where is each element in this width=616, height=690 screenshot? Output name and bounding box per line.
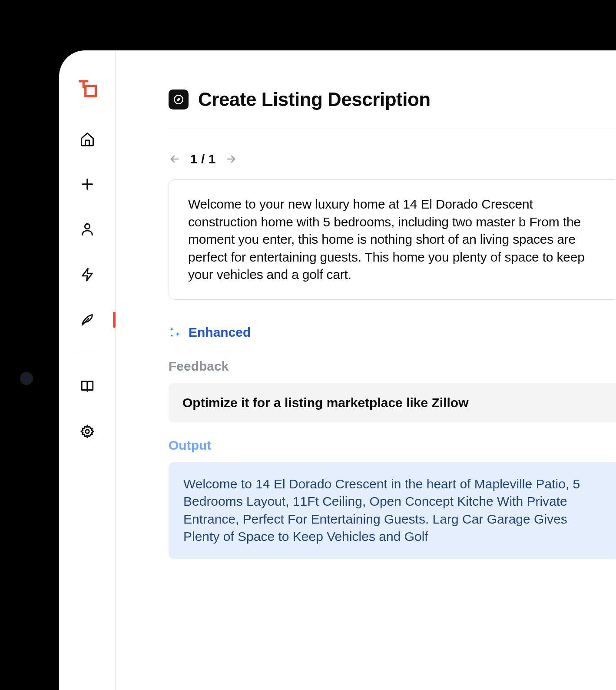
sidebar-nav (75, 129, 99, 441)
device-bezel: Create Listing Description 1 / 1 (4, 0, 616, 690)
sidebar (59, 50, 116, 690)
pager-next-button[interactable] (225, 153, 237, 165)
sparkle-icon (169, 326, 182, 339)
sidebar-item-profile[interactable] (78, 220, 97, 239)
pager-display: 1 / 1 (190, 152, 215, 166)
bolt-icon (80, 267, 95, 282)
sidebar-item-compose[interactable] (78, 310, 97, 329)
input-description-card[interactable]: Welcome to your new luxury home at 14 El… (169, 179, 616, 300)
compass-icon (169, 90, 189, 109)
svg-marker-4 (177, 98, 180, 101)
app-screen: Create Listing Description 1 / 1 (59, 50, 616, 690)
output-text: Welcome to 14 El Dorado Crescent in the … (183, 477, 580, 544)
sidebar-item-activity[interactable] (78, 265, 97, 284)
sidebar-divider (75, 353, 99, 353)
book-icon (80, 379, 95, 394)
sidebar-item-library[interactable] (78, 377, 97, 396)
app-logo-icon (76, 76, 99, 99)
pager-prev-button[interactable] (169, 153, 181, 165)
sidebar-item-home[interactable] (78, 129, 97, 149)
sidebar-item-settings[interactable] (78, 422, 97, 441)
active-indicator (113, 312, 116, 328)
svg-rect-0 (85, 86, 96, 96)
page-header: Create Listing Description (169, 89, 616, 129)
page-title: Create Listing Description (198, 89, 431, 110)
feedback-input[interactable]: Optimize it for a listing marketplace li… (169, 383, 616, 422)
device-frame: Create Listing Description 1 / 1 (0, 0, 616, 690)
feather-icon (80, 312, 95, 327)
home-icon (79, 131, 95, 147)
output-text-box: Welcome to 14 El Dorado Crescent in the … (169, 462, 616, 559)
sidebar-item-new[interactable] (78, 175, 97, 194)
person-icon (80, 222, 95, 237)
gear-icon (80, 424, 95, 439)
pager: 1 / 1 (169, 152, 616, 166)
feedback-text: Optimize it for a listing marketplace li… (182, 395, 469, 410)
device-camera (20, 372, 33, 385)
svg-point-5 (171, 335, 173, 336)
input-description-text: Welcome to your new luxury home at 14 El… (188, 197, 585, 282)
feedback-heading: Feedback (169, 359, 616, 374)
enhanced-label: Enhanced (189, 325, 251, 340)
svg-point-1 (85, 224, 89, 229)
output-heading: Output (169, 438, 616, 453)
enhanced-badge: Enhanced (169, 325, 616, 340)
svg-point-2 (85, 430, 89, 434)
plus-icon (80, 177, 95, 192)
main-content: Create Listing Description 1 / 1 (116, 50, 616, 690)
